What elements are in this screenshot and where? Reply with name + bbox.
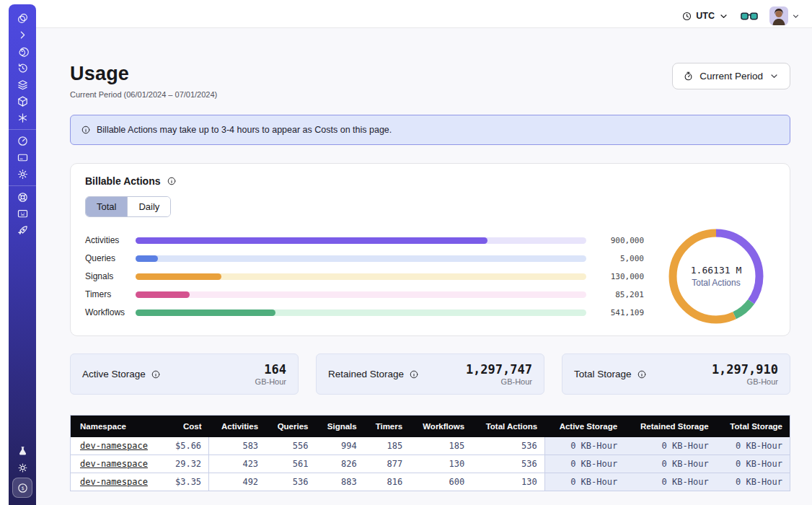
table-row: dev-namespace$5.665835569941851855360 KB… xyxy=(71,437,790,455)
storage-card-unit: GB-Hour xyxy=(255,377,286,386)
history-clock-icon xyxy=(17,62,29,74)
period-selector-button[interactable]: Current Period xyxy=(672,63,790,89)
nav-item-usage-gauge[interactable] xyxy=(9,133,36,149)
column-header-timers: Timers xyxy=(364,416,410,438)
storage-card-label-text: Retained Storage xyxy=(328,369,404,379)
donut-chart: 1.66131 M Total Actions xyxy=(664,224,768,328)
bar-row-timers: Timers85,201 xyxy=(85,286,644,304)
cell-active-storage: 0 KB-Hour xyxy=(544,473,625,491)
cell-activities: 423 xyxy=(209,455,266,473)
nav-item-labs-flask[interactable] xyxy=(9,443,36,460)
cell-total-actions: 536 xyxy=(472,437,544,455)
namespace-usage-table: NamespaceCostActivitiesQueriesSignalsTim… xyxy=(70,415,790,491)
table-row: dev-namespace$3.354925368838166001300 KB… xyxy=(71,473,790,491)
bar-fill xyxy=(136,237,487,244)
cell-activities: 492 xyxy=(209,473,266,491)
chevron-down-icon xyxy=(769,71,780,82)
usage-gauge-icon xyxy=(17,135,29,147)
cell-signals: 994 xyxy=(315,437,363,455)
tab-daily[interactable]: Daily xyxy=(127,197,170,216)
nav-item-getting-started-rocket[interactable] xyxy=(9,222,36,239)
namespace-link[interactable]: dev-namespace xyxy=(80,459,148,469)
bar-row-workflows: Workflows541,109 xyxy=(85,304,644,322)
total-daily-toggle: Total Daily xyxy=(85,196,171,217)
storage-card-retained-storage: Retained Storage1,297,747GB-Hour xyxy=(316,354,544,395)
info-icon[interactable] xyxy=(151,369,161,379)
user-menu[interactable] xyxy=(769,6,800,25)
bar-label: Activities xyxy=(85,235,136,245)
cell-workflows: 600 xyxy=(410,473,472,491)
cell-cost: 29.32 xyxy=(164,455,209,473)
cell-workflows: 130 xyxy=(410,455,472,473)
labs-flask-icon xyxy=(17,445,29,457)
nav-item-billing-card[interactable] xyxy=(9,149,36,166)
total-actions-value: 1.66131 M xyxy=(691,265,741,276)
theme-sun-icon xyxy=(17,462,29,474)
bar-row-activities: Activities900,000 xyxy=(85,232,644,250)
deployments-cube-icon xyxy=(17,95,29,107)
nav-item-theme-sun[interactable] xyxy=(9,460,36,476)
info-icon[interactable] xyxy=(167,176,177,186)
table-row: dev-namespace29.324235618268771305360 KB… xyxy=(71,455,790,473)
storage-card-unit: GB-Hour xyxy=(712,377,778,386)
glasses-icon[interactable] xyxy=(741,12,758,21)
page-title: Usage xyxy=(70,63,217,85)
storage-card-label-text: Active Storage xyxy=(82,369,146,379)
billable-actions-title-row: Billable Actions xyxy=(85,175,775,187)
support-lifering-icon xyxy=(17,191,29,203)
bar-label: Workflows xyxy=(85,307,136,317)
namespaces-spiral-icon xyxy=(17,45,29,58)
cell-namespace: dev-namespace xyxy=(71,473,164,491)
nav-item-temporal-logo[interactable] xyxy=(9,10,36,27)
nav-item-nexus-asterisk[interactable] xyxy=(9,110,36,126)
storage-card-value: 164 xyxy=(255,362,286,377)
bar-value: 130,000 xyxy=(586,272,644,281)
nav-item-feedback-monitor[interactable] xyxy=(9,206,36,222)
info-icon[interactable] xyxy=(637,369,647,379)
cell-cost: $3.35 xyxy=(164,473,209,491)
cell-total-actions: 130 xyxy=(472,473,544,491)
bar-row-queries: Queries5,000 xyxy=(85,250,644,268)
cell-total-storage: 0 KB-Hour xyxy=(716,437,790,455)
nav-item-settings-gear[interactable] xyxy=(9,166,36,183)
nav-item-history-clock[interactable] xyxy=(9,60,36,76)
cell-total-actions: 536 xyxy=(472,455,544,473)
storage-card-value: 1,297,910 xyxy=(712,362,778,377)
namespace-link[interactable]: dev-namespace xyxy=(80,477,148,487)
nav-item-support-lifering[interactable] xyxy=(9,189,36,206)
storage-card-values: 1,297,747GB-Hour xyxy=(466,362,532,386)
main-content: Usage Current Period (06/01/2024 – 07/01… xyxy=(36,28,812,505)
column-header-namespace: Namespace xyxy=(71,416,164,438)
feedback-monitor-icon xyxy=(17,208,29,220)
namespace-link[interactable]: dev-namespace xyxy=(80,441,148,451)
cell-timers: 877 xyxy=(364,455,410,473)
pricing-coin-icon: $ xyxy=(17,482,29,494)
info-icon[interactable] xyxy=(409,369,419,379)
cell-timers: 185 xyxy=(364,437,410,455)
tab-total[interactable]: Total xyxy=(86,197,127,216)
nav-item-pricing-coin[interactable]: $ xyxy=(9,476,36,499)
chevron-down-icon xyxy=(718,11,729,22)
cell-active-storage: 0 KB-Hour xyxy=(544,455,625,473)
nav-item-layers[interactable] xyxy=(9,76,36,93)
layers-icon xyxy=(17,79,29,91)
timezone-selector[interactable]: UTC xyxy=(681,11,729,22)
cell-retained-storage: 0 KB-Hour xyxy=(625,437,715,455)
getting-started-rocket-icon xyxy=(17,224,29,237)
storage-card-total-storage: Total Storage1,297,910GB-Hour xyxy=(562,354,790,395)
storage-card-value: 1,297,747 xyxy=(466,362,532,377)
nav-item-chevron-right[interactable] xyxy=(9,27,36,43)
bar-track xyxy=(136,309,586,316)
cell-workflows: 185 xyxy=(410,437,472,455)
info-banner-text: Billable Actions may take up to 3-4 hour… xyxy=(97,125,392,135)
storage-card-values: 1,297,910GB-Hour xyxy=(712,362,778,386)
column-header-total-storage: Total Storage xyxy=(716,416,790,438)
storage-card-label-text: Total Storage xyxy=(574,369,632,379)
bar-fill xyxy=(136,291,190,298)
billable-actions-title: Billable Actions xyxy=(85,175,161,187)
storage-card-active-storage: Active Storage164GB-Hour xyxy=(70,354,299,395)
info-banner: Billable Actions may take up to 3-4 hour… xyxy=(70,115,790,145)
nav-item-deployments-cube[interactable] xyxy=(9,93,36,110)
left-nav-rail: $ xyxy=(9,4,36,505)
nav-item-namespaces-spiral[interactable] xyxy=(9,43,36,60)
